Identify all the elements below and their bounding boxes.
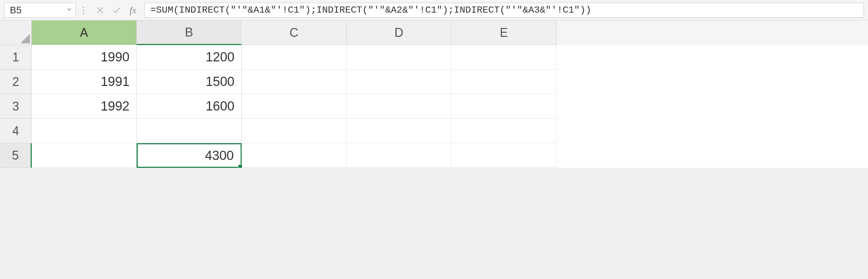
cell-e3[interactable] bbox=[452, 94, 557, 119]
row-1: 1990 1200 bbox=[32, 45, 557, 70]
row-header-2[interactable]: 2 bbox=[0, 70, 32, 94]
row-headers: 1 2 3 4 5 bbox=[0, 45, 32, 168]
cell-b1[interactable]: 1200 bbox=[137, 45, 242, 70]
cell-a3[interactable]: 1992 bbox=[32, 94, 137, 119]
name-box-dropdown-icon[interactable] bbox=[66, 6, 72, 14]
row-header-4[interactable]: 4 bbox=[0, 119, 32, 143]
column-header-c[interactable]: C bbox=[242, 20, 347, 45]
row-5: 4300 bbox=[32, 143, 557, 168]
cell-a2[interactable]: 1991 bbox=[32, 70, 137, 94]
cell-c1[interactable] bbox=[242, 45, 347, 70]
row-header-1[interactable]: 1 bbox=[0, 45, 32, 70]
cell-a4[interactable] bbox=[32, 119, 137, 143]
cell-b2[interactable]: 1500 bbox=[137, 70, 242, 94]
row-2: 1991 1500 bbox=[32, 70, 557, 94]
cells-area: 1990 1200 1991 1500 1992 1600 bbox=[32, 45, 557, 168]
grid-body: 1 2 3 4 5 1990 1200 1991 1500 1992 bbox=[0, 45, 868, 168]
cell-e2[interactable] bbox=[452, 70, 557, 94]
column-headers: A B C D E bbox=[0, 20, 868, 45]
formula-input[interactable]: =SUM(INDIRECT("'"&A1&"'!C1");INDIRECT("'… bbox=[144, 3, 864, 18]
separator-icon: ⋮ bbox=[76, 9, 91, 11]
cell-e4[interactable] bbox=[452, 119, 557, 143]
row-3: 1992 1600 bbox=[32, 94, 557, 119]
name-box[interactable]: B5 bbox=[4, 3, 76, 18]
cell-d1[interactable] bbox=[347, 45, 452, 70]
column-header-e[interactable]: E bbox=[452, 20, 557, 45]
row-header-3[interactable]: 3 bbox=[0, 94, 32, 119]
cell-d2[interactable] bbox=[347, 70, 452, 94]
select-all-corner[interactable] bbox=[0, 20, 32, 45]
corner-triangle-icon bbox=[20, 34, 30, 43]
cell-d3[interactable] bbox=[347, 94, 452, 119]
cell-a5[interactable] bbox=[32, 143, 137, 168]
row-header-5[interactable]: 5 bbox=[0, 143, 32, 168]
column-header-b[interactable]: B bbox=[137, 20, 242, 45]
row-4 bbox=[32, 119, 557, 143]
column-header-d[interactable]: D bbox=[347, 20, 452, 45]
cell-e5[interactable] bbox=[452, 143, 557, 168]
name-box-value: B5 bbox=[10, 5, 21, 16]
cell-e1[interactable] bbox=[452, 45, 557, 70]
cancel-icon[interactable] bbox=[94, 4, 106, 16]
cell-c4[interactable] bbox=[242, 119, 347, 143]
formula-bar: B5 ⋮ fx =SUM(INDIRECT("'"&A1&"'!C1");IND… bbox=[0, 0, 868, 20]
cell-c3[interactable] bbox=[242, 94, 347, 119]
fx-icon[interactable]: fx bbox=[127, 5, 139, 16]
formula-controls: fx bbox=[91, 4, 142, 16]
cell-a1[interactable]: 1990 bbox=[32, 45, 137, 70]
cell-b3[interactable]: 1600 bbox=[137, 94, 242, 119]
column-header-a[interactable]: A bbox=[32, 20, 137, 45]
cell-d4[interactable] bbox=[347, 119, 452, 143]
enter-icon[interactable] bbox=[110, 4, 123, 16]
formula-text: =SUM(INDIRECT("'"&A1&"'!C1");INDIRECT("'… bbox=[150, 5, 591, 15]
cell-b4[interactable] bbox=[137, 119, 242, 143]
spreadsheet-grid: A B C D E 1 2 3 4 5 1990 1200 1991 1500 bbox=[0, 20, 868, 168]
cell-d5[interactable] bbox=[347, 143, 452, 168]
cell-b5[interactable]: 4300 bbox=[137, 143, 242, 168]
cell-c2[interactable] bbox=[242, 70, 347, 94]
cell-c5[interactable] bbox=[242, 143, 347, 168]
